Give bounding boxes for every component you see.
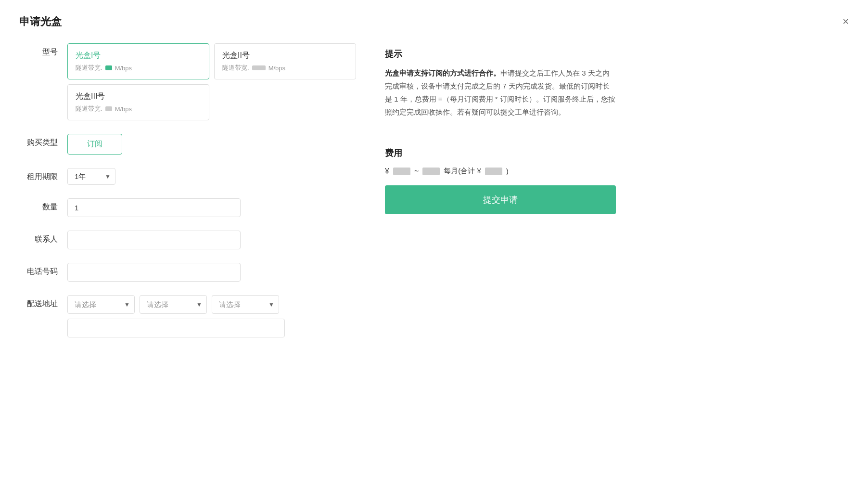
quantity-input[interactable] (67, 198, 241, 217)
addr-select3[interactable]: 请选择 (212, 295, 279, 314)
model2-desc-suffix: M/bps (268, 65, 285, 72)
cost-currency-symbol: ¥ (385, 167, 389, 176)
cost-per-month: 每月(合计 ¥ (444, 167, 481, 176)
address-label: 配送地址 (19, 295, 67, 309)
address-fields: 请选择 ▼ 请选择 ▼ 请选择 (67, 295, 285, 337)
cost-num-bar (393, 168, 410, 175)
close-button[interactable]: × (842, 16, 849, 27)
dialog-header: 申请光盒 × (19, 14, 849, 29)
period-row: 租用期限 1年 2年 3年 ▼ (19, 168, 356, 185)
period-label: 租用期限 (19, 168, 67, 182)
model1-desc-suffix: M/bps (115, 65, 132, 72)
contact-label: 联系人 (19, 231, 67, 245)
dialog-body: 型号 光盒I号 隧道带宽. M/bps 光盒II号 (19, 43, 849, 351)
cost-num-bar2 (422, 168, 440, 175)
buy-type-label: 购买类型 (19, 134, 67, 148)
period-select-wrapper: 1年 2年 3年 ▼ (67, 168, 115, 185)
cost-row: ¥ ~ 每月(合计 ¥ ) (385, 167, 849, 176)
addr-select2-wrapper: 请选择 ▼ (140, 295, 207, 314)
cost-total-bar (485, 168, 502, 175)
model3-title: 光盒III号 (76, 91, 201, 102)
address-row: 配送地址 请选择 ▼ 请选择 ▼ (19, 295, 356, 337)
buy-type-row: 购买类型 订阅 (19, 134, 356, 155)
model2-desc: 隧道带宽. M/bps (222, 64, 348, 72)
cost-separator: ~ (414, 167, 419, 176)
cost-per-suffix: ) (506, 167, 509, 175)
model3-desc: 隧道带宽. M/bps (76, 104, 201, 113)
model1-desc-prefix: 隧道带宽. (76, 64, 102, 72)
model3-bar (105, 106, 112, 111)
model2-bar (252, 65, 266, 70)
quantity-label: 数量 (19, 198, 67, 212)
tips-section: 提示 光盒申请支持订阅的方式进行合作。申请提交之后工作人员在 3 天之内完成审核… (385, 48, 849, 118)
address-selects: 请选择 ▼ 请选择 ▼ 请选择 (67, 295, 285, 314)
tips-title: 提示 (385, 48, 849, 60)
model-grid: 光盒I号 隧道带宽. M/bps 光盒II号 隧道带宽. M (67, 43, 356, 120)
model-card-3[interactable]: 光盒III号 隧道带宽. M/bps (67, 84, 209, 120)
period-select[interactable]: 1年 2年 3年 (67, 168, 115, 185)
model2-desc-prefix: 隧道带宽. (222, 64, 249, 72)
model1-title: 光盒I号 (76, 51, 201, 61)
contact-input[interactable] (67, 231, 241, 249)
model1-bar (105, 65, 112, 70)
submit-button[interactable]: 提交申请 (385, 185, 616, 214)
addr-select3-wrapper: 请选择 ▼ (212, 295, 279, 314)
address-detail-input[interactable] (67, 319, 285, 337)
model1-desc: 隧道带宽. M/bps (76, 64, 201, 72)
dialog: 申请光盒 × 型号 光盒I号 隧道带宽. M/bps (0, 0, 868, 491)
right-section: 提示 光盒申请支持订阅的方式进行合作。申请提交之后工作人员在 3 天之内完成审核… (385, 43, 849, 351)
model-card-2[interactable]: 光盒II号 隧道带宽. M/bps (214, 43, 356, 79)
model2-title: 光盒II号 (222, 51, 348, 61)
addr-select1-wrapper: 请选择 ▼ (67, 295, 135, 314)
model-label: 型号 (19, 43, 67, 57)
contact-row: 联系人 (19, 231, 356, 249)
dialog-title: 申请光盒 (19, 14, 62, 29)
phone-input[interactable] (67, 263, 241, 282)
form-section: 型号 光盒I号 隧道带宽. M/bps 光盒II号 (19, 43, 356, 351)
addr-select2[interactable]: 请选择 (140, 295, 207, 314)
phone-row: 电话号码 (19, 263, 356, 282)
quantity-row: 数量 (19, 198, 356, 217)
model3-desc-suffix: M/bps (115, 105, 132, 113)
model-card-1[interactable]: 光盒I号 隧道带宽. M/bps (67, 43, 209, 79)
tips-content: 光盒申请支持订阅的方式进行合作。申请提交之后工作人员在 3 天之内完成审核，设备… (385, 66, 616, 118)
cost-section: 费用 ¥ ~ 每月(合计 ¥ ) 提交申请 (385, 147, 849, 214)
model-row: 型号 光盒I号 隧道带宽. M/bps 光盒II号 (19, 43, 356, 120)
phone-label: 电话号码 (19, 263, 67, 277)
addr-select1[interactable]: 请选择 (67, 295, 135, 314)
cost-title: 费用 (385, 147, 849, 159)
model3-desc-prefix: 隧道带宽. (76, 104, 102, 113)
buy-type-button[interactable]: 订阅 (67, 134, 122, 155)
tips-bold: 光盒申请支持订阅的方式进行合作。 (385, 69, 500, 77)
